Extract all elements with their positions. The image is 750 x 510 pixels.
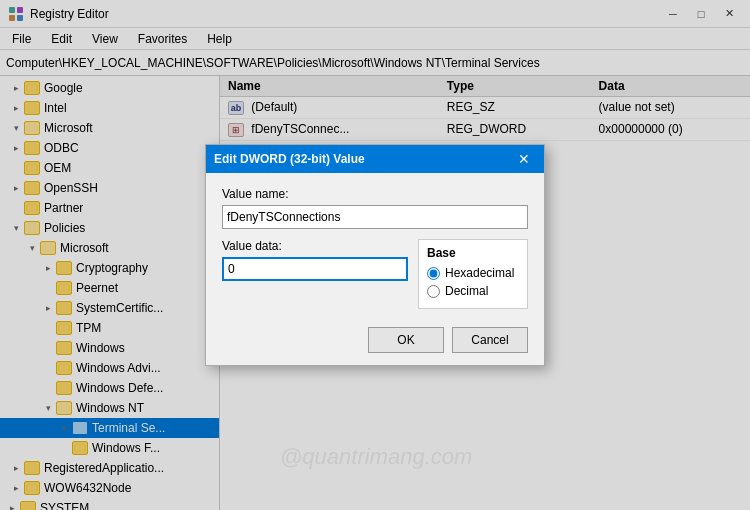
hexadecimal-row[interactable]: Hexadecimal bbox=[427, 266, 519, 280]
ok-button[interactable]: OK bbox=[368, 327, 444, 353]
base-title: Base bbox=[427, 246, 519, 260]
hexadecimal-radio[interactable] bbox=[427, 267, 440, 280]
modal-base-section: Base Hexadecimal Decimal bbox=[418, 239, 528, 309]
cancel-button[interactable]: Cancel bbox=[452, 327, 528, 353]
edit-dword-dialog: Edit DWORD (32-bit) Value ✕ Value name: … bbox=[205, 144, 545, 366]
modal-title: Edit DWORD (32-bit) Value bbox=[214, 152, 365, 166]
decimal-row[interactable]: Decimal bbox=[427, 284, 519, 298]
value-data-label: Value data: bbox=[222, 239, 408, 253]
modal-titlebar: Edit DWORD (32-bit) Value ✕ bbox=[206, 145, 544, 173]
hexadecimal-label: Hexadecimal bbox=[445, 266, 514, 280]
modal-data-section: Value data: bbox=[222, 239, 408, 309]
modal-close-button[interactable]: ✕ bbox=[512, 147, 536, 171]
value-data-input[interactable] bbox=[222, 257, 408, 281]
modal-data-row: Value data: Base Hexadecimal Decimal bbox=[222, 239, 528, 309]
modal-footer: OK Cancel bbox=[206, 319, 544, 365]
modal-body: Value name: Value data: Base Hexadecimal… bbox=[206, 173, 544, 319]
value-name-input[interactable] bbox=[222, 205, 528, 229]
value-name-label: Value name: bbox=[222, 187, 528, 201]
decimal-label: Decimal bbox=[445, 284, 488, 298]
decimal-radio[interactable] bbox=[427, 285, 440, 298]
modal-overlay: Edit DWORD (32-bit) Value ✕ Value name: … bbox=[0, 0, 750, 510]
